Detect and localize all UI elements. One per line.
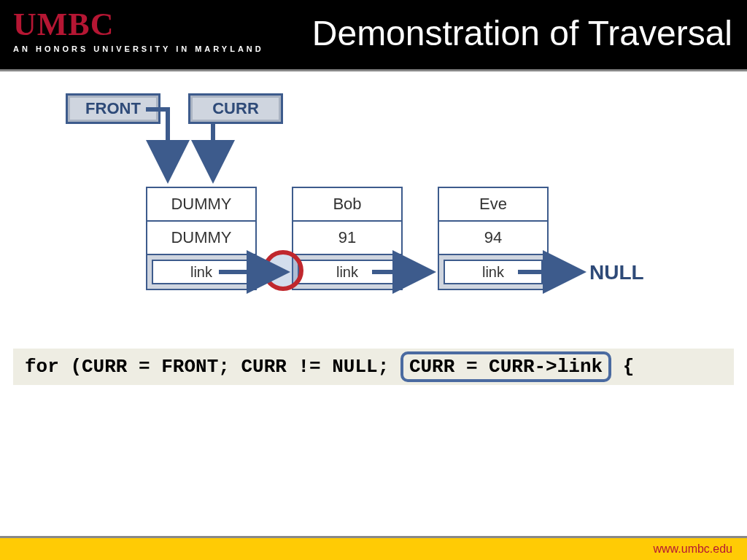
- node-name: Bob: [293, 188, 401, 222]
- arrow-layer: [0, 71, 747, 518]
- code-post: {: [623, 356, 635, 378]
- logo: UMBC AN HONORS UNIVERSITY IN MARYLAND: [13, 6, 264, 53]
- diagram-stage: FRONT CURR DUMMY DUMMY link Bob 91 link …: [0, 71, 747, 518]
- logo-subtitle: AN HONORS UNIVERSITY IN MARYLAND: [13, 44, 264, 53]
- front-pointer-box: FRONT: [66, 93, 160, 124]
- highlight-ring-icon: [263, 250, 303, 291]
- curr-pointer-box: CURR: [188, 93, 283, 124]
- node-name: DUMMY: [147, 188, 255, 222]
- node-value: DUMMY: [147, 222, 255, 255]
- node-value: 94: [439, 222, 547, 255]
- logo-text: UMBC: [13, 6, 264, 43]
- slide-footer: www.umbc.edu: [0, 538, 747, 560]
- footer-url: www.umbc.edu: [654, 542, 733, 556]
- curr-pointer-label: CURR: [212, 99, 259, 118]
- node-link-label: link: [482, 264, 504, 281]
- node-dummy: DUMMY DUMMY link: [146, 187, 257, 290]
- node-link-label: link: [190, 264, 212, 281]
- node-link-cell: link: [293, 255, 401, 289]
- node-link-cell: link: [439, 255, 547, 289]
- node-bob: Bob 91 link: [292, 187, 403, 290]
- slide-header: UMBC AN HONORS UNIVERSITY IN MARYLAND De…: [0, 0, 747, 71]
- node-name: Eve: [439, 188, 547, 222]
- node-link-cell: link: [147, 255, 255, 289]
- front-pointer-label: FRONT: [85, 99, 141, 118]
- code-pre: for (CURR = FRONT; CURR != NULL;: [25, 356, 389, 378]
- node-eve: Eve 94 link: [438, 187, 549, 290]
- node-link-label: link: [336, 264, 358, 281]
- code-highlight: CURR = CURR->link: [400, 351, 611, 382]
- slide-title: Demonstration of Traversal: [312, 13, 732, 53]
- code-block: for (CURR = FRONT; CURR != NULL; CURR = …: [13, 349, 734, 385]
- node-value: 91: [293, 222, 401, 255]
- null-label: NULL: [589, 261, 644, 284]
